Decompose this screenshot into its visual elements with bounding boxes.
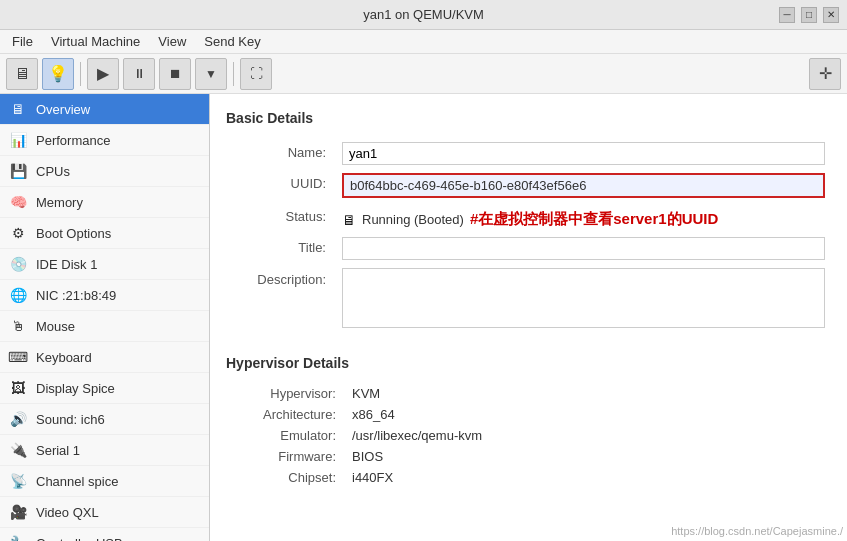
toolbar-screen-btn[interactable]: 🖥: [6, 58, 38, 90]
description-input[interactable]: [342, 268, 825, 328]
toolbar-dropdown-btn[interactable]: ▼: [195, 58, 227, 90]
toolbar-stop-btn[interactable]: ⏹: [159, 58, 191, 90]
uuid-label: UUID:: [226, 169, 336, 202]
status-row: Status: 🖥 Running (Booted) #在虚拟控制器中查看ser…: [226, 202, 831, 233]
sidebar-label-channel-spice: Channel spice: [36, 474, 118, 489]
sidebar-item-sound[interactable]: 🔊 Sound: ich6: [0, 404, 209, 435]
sidebar-label-overview: Overview: [36, 102, 90, 117]
sidebar-label-sound: Sound: ich6: [36, 412, 105, 427]
content-area: Basic Details Name: UUID: Status: 🖥: [210, 94, 847, 541]
sound-icon: 🔊: [8, 409, 28, 429]
sidebar-label-keyboard: Keyboard: [36, 350, 92, 365]
uuid-input[interactable]: [342, 173, 825, 198]
sidebar-label-display-spice: Display Spice: [36, 381, 115, 396]
emulator-value: /usr/libexec/qemu-kvm: [346, 425, 831, 446]
name-label: Name:: [226, 138, 336, 169]
architecture-row: Architecture: x86_64: [226, 404, 831, 425]
sidebar-item-cpus[interactable]: 💾 CPUs: [0, 156, 209, 187]
name-value-cell: [336, 138, 831, 169]
hypervisor-label: Hypervisor:: [226, 383, 346, 404]
status-text: Running (Booted): [362, 212, 464, 227]
status-value-cell: 🖥 Running (Booted) #在虚拟控制器中查看server1的UUI…: [336, 202, 831, 233]
chipset-label: Chipset:: [226, 467, 346, 488]
menu-virtual-machine[interactable]: Virtual Machine: [43, 32, 148, 51]
chipset-value: i440FX: [346, 467, 831, 488]
sidebar-item-mouse[interactable]: 🖱 Mouse: [0, 311, 209, 342]
sidebar-item-display-spice[interactable]: 🖼 Display Spice: [0, 373, 209, 404]
ide-disk-icon: 💿: [8, 254, 28, 274]
video-qxl-icon: 🎥: [8, 502, 28, 522]
description-label: Description:: [226, 264, 336, 335]
hypervisor-row: Hypervisor: KVM: [226, 383, 831, 404]
toolbar-pause-btn[interactable]: ⏸: [123, 58, 155, 90]
sidebar-item-memory[interactable]: 🧠 Memory: [0, 187, 209, 218]
toolbar-manage-btn[interactable]: ✛: [809, 58, 841, 90]
controller-usb-icon: 🔧: [8, 533, 28, 541]
maximize-button[interactable]: □: [801, 7, 817, 23]
name-input[interactable]: [342, 142, 825, 165]
title-label: Title:: [226, 233, 336, 264]
sidebar-label-controller-usb: Controller USB: [36, 536, 123, 542]
sidebar-item-boot-options[interactable]: ⚙ Boot Options: [0, 218, 209, 249]
boot-options-icon: ⚙: [8, 223, 28, 243]
sidebar-item-keyboard[interactable]: ⌨ Keyboard: [0, 342, 209, 373]
window-controls: ─ □ ✕: [779, 7, 839, 23]
mouse-icon: 🖱: [8, 316, 28, 336]
toolbar-light-btn[interactable]: 💡: [42, 58, 74, 90]
sidebar-label-serial: Serial 1: [36, 443, 80, 458]
firmware-label: Firmware:: [226, 446, 346, 467]
sidebar-item-serial[interactable]: 🔌 Serial 1: [0, 435, 209, 466]
sidebar-item-controller-usb[interactable]: 🔧 Controller USB: [0, 528, 209, 541]
hypervisor-details-title: Hypervisor Details: [226, 355, 831, 371]
hypervisor-value: KVM: [346, 383, 831, 404]
toolbar-play-btn[interactable]: ▶: [87, 58, 119, 90]
keyboard-icon: ⌨: [8, 347, 28, 367]
uuid-row: UUID:: [226, 169, 831, 202]
main-layout: 🖥 Overview 📊 Performance 💾 CPUs 🧠 Memory…: [0, 94, 847, 541]
toolbar-sep-2: [233, 62, 234, 86]
toolbar-fullscreen-btn[interactable]: ⛶: [240, 58, 272, 90]
overview-icon: 🖥: [8, 99, 28, 119]
sidebar-item-overview[interactable]: 🖥 Overview: [0, 94, 209, 125]
description-row: Description:: [226, 264, 831, 335]
menu-file[interactable]: File: [4, 32, 41, 51]
menu-bar: File Virtual Machine View Send Key: [0, 30, 847, 54]
emulator-row: Emulator: /usr/libexec/qemu-kvm: [226, 425, 831, 446]
architecture-label: Architecture:: [226, 404, 346, 425]
nic-icon: 🌐: [8, 285, 28, 305]
sidebar-item-video-qxl[interactable]: 🎥 Video QXL: [0, 497, 209, 528]
close-button[interactable]: ✕: [823, 7, 839, 23]
title-bar: yan1 on QEMU/KVM ─ □ ✕: [0, 0, 847, 30]
firmware-row: Firmware: BIOS: [226, 446, 831, 467]
display-spice-icon: 🖼: [8, 378, 28, 398]
firmware-value: BIOS: [346, 446, 831, 467]
status-label: Status:: [226, 202, 336, 233]
name-row: Name:: [226, 138, 831, 169]
hypervisor-table: Hypervisor: KVM Architecture: x86_64 Emu…: [226, 383, 831, 488]
serial-icon: 🔌: [8, 440, 28, 460]
uuid-value-cell: [336, 169, 831, 202]
menu-view[interactable]: View: [150, 32, 194, 51]
sidebar-item-nic[interactable]: 🌐 NIC :21:b8:49: [0, 280, 209, 311]
basic-details-title: Basic Details: [226, 110, 831, 126]
sidebar-label-ide-disk: IDE Disk 1: [36, 257, 97, 272]
sidebar-item-ide-disk[interactable]: 💿 IDE Disk 1: [0, 249, 209, 280]
sidebar-label-video-qxl: Video QXL: [36, 505, 99, 520]
toolbar-sep-1: [80, 62, 81, 86]
sidebar-item-performance[interactable]: 📊 Performance: [0, 125, 209, 156]
window-title: yan1 on QEMU/KVM: [68, 7, 779, 22]
minimize-button[interactable]: ─: [779, 7, 795, 23]
memory-icon: 🧠: [8, 192, 28, 212]
watermark: https://blog.csdn.net/Capejasmine./: [671, 525, 843, 537]
chipset-row: Chipset: i440FX: [226, 467, 831, 488]
sidebar-item-channel-spice[interactable]: 📡 Channel spice: [0, 466, 209, 497]
menu-send-key[interactable]: Send Key: [196, 32, 268, 51]
sidebar-label-performance: Performance: [36, 133, 110, 148]
title-input[interactable]: [342, 237, 825, 260]
title-value-cell: [336, 233, 831, 264]
cpus-icon: 💾: [8, 161, 28, 181]
emulator-label: Emulator:: [226, 425, 346, 446]
sidebar-label-cpus: CPUs: [36, 164, 70, 179]
title-row: Title:: [226, 233, 831, 264]
sidebar-label-memory: Memory: [36, 195, 83, 210]
